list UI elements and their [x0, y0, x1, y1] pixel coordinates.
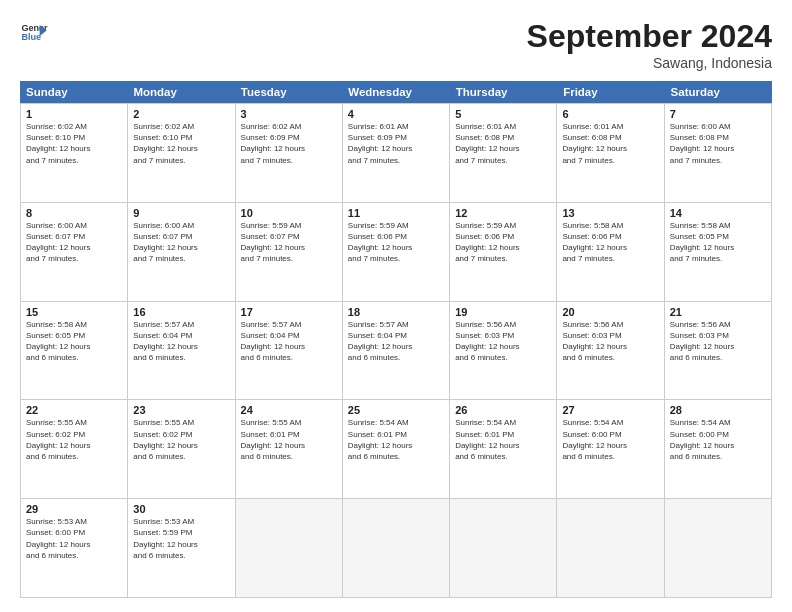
- day-info: Sunrise: 5:53 AM Sunset: 5:59 PM Dayligh…: [133, 516, 229, 561]
- day-number: 8: [26, 207, 122, 219]
- week-row-5: 29Sunrise: 5:53 AM Sunset: 6:00 PM Dayli…: [20, 499, 772, 598]
- day-info: Sunrise: 5:59 AM Sunset: 6:07 PM Dayligh…: [241, 220, 337, 265]
- day-number: 17: [241, 306, 337, 318]
- day-info: Sunrise: 5:59 AM Sunset: 6:06 PM Dayligh…: [348, 220, 444, 265]
- cal-cell-1-2: 10Sunrise: 5:59 AM Sunset: 6:07 PM Dayli…: [236, 203, 343, 301]
- cal-cell-2-1: 16Sunrise: 5:57 AM Sunset: 6:04 PM Dayli…: [128, 302, 235, 400]
- cal-cell-2-6: 21Sunrise: 5:56 AM Sunset: 6:03 PM Dayli…: [665, 302, 772, 400]
- cal-cell-4-3: [343, 499, 450, 597]
- month-title: September 2024: [527, 18, 772, 55]
- day-number: 26: [455, 404, 551, 416]
- cal-cell-3-4: 26Sunrise: 5:54 AM Sunset: 6:01 PM Dayli…: [450, 400, 557, 498]
- cal-cell-3-3: 25Sunrise: 5:54 AM Sunset: 6:01 PM Dayli…: [343, 400, 450, 498]
- weekday-monday: Monday: [127, 81, 234, 103]
- day-info: Sunrise: 5:53 AM Sunset: 6:00 PM Dayligh…: [26, 516, 122, 561]
- cal-cell-3-1: 23Sunrise: 5:55 AM Sunset: 6:02 PM Dayli…: [128, 400, 235, 498]
- day-number: 10: [241, 207, 337, 219]
- page: General Blue September 2024 Sawang, Indo…: [0, 0, 792, 612]
- day-number: 29: [26, 503, 122, 515]
- day-info: Sunrise: 6:02 AM Sunset: 6:10 PM Dayligh…: [133, 121, 229, 166]
- weekday-sunday: Sunday: [20, 81, 127, 103]
- day-info: Sunrise: 6:02 AM Sunset: 6:10 PM Dayligh…: [26, 121, 122, 166]
- cal-cell-4-2: [236, 499, 343, 597]
- day-number: 21: [670, 306, 766, 318]
- day-info: Sunrise: 5:56 AM Sunset: 6:03 PM Dayligh…: [670, 319, 766, 364]
- cal-cell-0-6: 7Sunrise: 6:00 AM Sunset: 6:08 PM Daylig…: [665, 104, 772, 202]
- day-info: Sunrise: 5:54 AM Sunset: 6:00 PM Dayligh…: [562, 417, 658, 462]
- day-info: Sunrise: 6:00 AM Sunset: 6:08 PM Dayligh…: [670, 121, 766, 166]
- day-number: 24: [241, 404, 337, 416]
- day-info: Sunrise: 6:01 AM Sunset: 6:08 PM Dayligh…: [562, 121, 658, 166]
- cal-cell-3-6: 28Sunrise: 5:54 AM Sunset: 6:00 PM Dayli…: [665, 400, 772, 498]
- cal-cell-2-2: 17Sunrise: 5:57 AM Sunset: 6:04 PM Dayli…: [236, 302, 343, 400]
- cal-cell-2-3: 18Sunrise: 5:57 AM Sunset: 6:04 PM Dayli…: [343, 302, 450, 400]
- cal-cell-4-0: 29Sunrise: 5:53 AM Sunset: 6:00 PM Dayli…: [21, 499, 128, 597]
- weekday-saturday: Saturday: [665, 81, 772, 103]
- day-info: Sunrise: 5:57 AM Sunset: 6:04 PM Dayligh…: [241, 319, 337, 364]
- day-number: 19: [455, 306, 551, 318]
- day-number: 7: [670, 108, 766, 120]
- day-info: Sunrise: 5:54 AM Sunset: 6:01 PM Dayligh…: [348, 417, 444, 462]
- day-number: 27: [562, 404, 658, 416]
- cal-cell-4-4: [450, 499, 557, 597]
- cal-cell-1-3: 11Sunrise: 5:59 AM Sunset: 6:06 PM Dayli…: [343, 203, 450, 301]
- day-info: Sunrise: 6:02 AM Sunset: 6:09 PM Dayligh…: [241, 121, 337, 166]
- day-info: Sunrise: 5:57 AM Sunset: 6:04 PM Dayligh…: [348, 319, 444, 364]
- cal-cell-2-5: 20Sunrise: 5:56 AM Sunset: 6:03 PM Dayli…: [557, 302, 664, 400]
- day-number: 16: [133, 306, 229, 318]
- cal-cell-0-4: 5Sunrise: 6:01 AM Sunset: 6:08 PM Daylig…: [450, 104, 557, 202]
- cal-cell-0-2: 3Sunrise: 6:02 AM Sunset: 6:09 PM Daylig…: [236, 104, 343, 202]
- cal-cell-4-1: 30Sunrise: 5:53 AM Sunset: 5:59 PM Dayli…: [128, 499, 235, 597]
- day-number: 9: [133, 207, 229, 219]
- weekday-tuesday: Tuesday: [235, 81, 342, 103]
- cal-cell-3-5: 27Sunrise: 5:54 AM Sunset: 6:00 PM Dayli…: [557, 400, 664, 498]
- cal-cell-1-5: 13Sunrise: 5:58 AM Sunset: 6:06 PM Dayli…: [557, 203, 664, 301]
- title-block: September 2024 Sawang, Indonesia: [527, 18, 772, 71]
- day-number: 15: [26, 306, 122, 318]
- header: General Blue September 2024 Sawang, Indo…: [20, 18, 772, 71]
- day-info: Sunrise: 5:58 AM Sunset: 6:05 PM Dayligh…: [670, 220, 766, 265]
- calendar: Sunday Monday Tuesday Wednesday Thursday…: [20, 81, 772, 598]
- day-number: 28: [670, 404, 766, 416]
- day-number: 30: [133, 503, 229, 515]
- day-number: 22: [26, 404, 122, 416]
- logo: General Blue: [20, 18, 48, 46]
- day-number: 4: [348, 108, 444, 120]
- day-info: Sunrise: 5:55 AM Sunset: 6:02 PM Dayligh…: [133, 417, 229, 462]
- day-number: 1: [26, 108, 122, 120]
- cal-cell-4-6: [665, 499, 772, 597]
- svg-text:Blue: Blue: [21, 32, 41, 42]
- calendar-header: Sunday Monday Tuesday Wednesday Thursday…: [20, 81, 772, 103]
- day-number: 5: [455, 108, 551, 120]
- day-info: Sunrise: 5:57 AM Sunset: 6:04 PM Dayligh…: [133, 319, 229, 364]
- day-info: Sunrise: 5:56 AM Sunset: 6:03 PM Dayligh…: [562, 319, 658, 364]
- day-number: 12: [455, 207, 551, 219]
- cal-cell-1-1: 9Sunrise: 6:00 AM Sunset: 6:07 PM Daylig…: [128, 203, 235, 301]
- cal-cell-0-5: 6Sunrise: 6:01 AM Sunset: 6:08 PM Daylig…: [557, 104, 664, 202]
- day-number: 6: [562, 108, 658, 120]
- week-row-1: 1Sunrise: 6:02 AM Sunset: 6:10 PM Daylig…: [20, 103, 772, 203]
- week-row-3: 15Sunrise: 5:58 AM Sunset: 6:05 PM Dayli…: [20, 302, 772, 401]
- day-info: Sunrise: 5:56 AM Sunset: 6:03 PM Dayligh…: [455, 319, 551, 364]
- cal-cell-3-2: 24Sunrise: 5:55 AM Sunset: 6:01 PM Dayli…: [236, 400, 343, 498]
- day-info: Sunrise: 5:59 AM Sunset: 6:06 PM Dayligh…: [455, 220, 551, 265]
- day-number: 3: [241, 108, 337, 120]
- weekday-wednesday: Wednesday: [342, 81, 449, 103]
- cal-cell-1-0: 8Sunrise: 6:00 AM Sunset: 6:07 PM Daylig…: [21, 203, 128, 301]
- cal-cell-1-6: 14Sunrise: 5:58 AM Sunset: 6:05 PM Dayli…: [665, 203, 772, 301]
- cal-cell-0-3: 4Sunrise: 6:01 AM Sunset: 6:09 PM Daylig…: [343, 104, 450, 202]
- cal-cell-2-0: 15Sunrise: 5:58 AM Sunset: 6:05 PM Dayli…: [21, 302, 128, 400]
- week-row-2: 8Sunrise: 6:00 AM Sunset: 6:07 PM Daylig…: [20, 203, 772, 302]
- logo-icon: General Blue: [20, 18, 48, 46]
- day-info: Sunrise: 5:58 AM Sunset: 6:06 PM Dayligh…: [562, 220, 658, 265]
- day-info: Sunrise: 5:58 AM Sunset: 6:05 PM Dayligh…: [26, 319, 122, 364]
- day-info: Sunrise: 6:01 AM Sunset: 6:08 PM Dayligh…: [455, 121, 551, 166]
- day-number: 13: [562, 207, 658, 219]
- cal-cell-2-4: 19Sunrise: 5:56 AM Sunset: 6:03 PM Dayli…: [450, 302, 557, 400]
- day-number: 11: [348, 207, 444, 219]
- cal-cell-0-0: 1Sunrise: 6:02 AM Sunset: 6:10 PM Daylig…: [21, 104, 128, 202]
- day-info: Sunrise: 5:54 AM Sunset: 6:00 PM Dayligh…: [670, 417, 766, 462]
- day-number: 14: [670, 207, 766, 219]
- cal-cell-1-4: 12Sunrise: 5:59 AM Sunset: 6:06 PM Dayli…: [450, 203, 557, 301]
- day-number: 20: [562, 306, 658, 318]
